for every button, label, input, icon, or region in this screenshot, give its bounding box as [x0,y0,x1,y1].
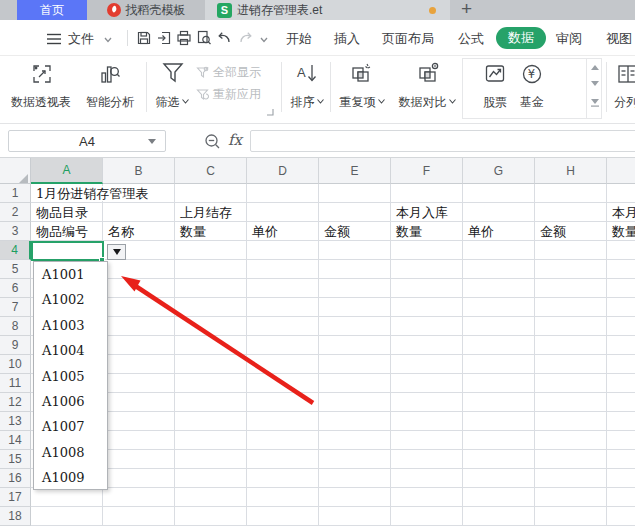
output-button[interactable] [156,30,172,46]
column-header-A[interactable]: A [31,158,103,184]
column-header-G[interactable]: G [463,158,535,184]
reapply-button[interactable]: 重新应用 [196,86,261,103]
smart-analysis-button[interactable]: 智能分析 [82,94,138,111]
dropdown-item[interactable]: A1008 [34,440,107,465]
filter-group-dialog-launcher[interactable] [266,108,274,116]
fund-icon[interactable]: ¥ [521,63,543,85]
cell-A1[interactable]: 1月份进销存管理表 [35,186,149,201]
column-header-D[interactable]: D [247,158,319,184]
row-header-13[interactable]: 13 [0,412,31,431]
cell-E3[interactable]: 金额 [323,224,351,239]
cell-A3[interactable]: 物品编号 [35,224,89,239]
selected-cell-A4[interactable] [31,241,104,261]
gallery-scroll-down-icon[interactable] [591,81,599,86]
row-header-11[interactable]: 11 [0,374,31,393]
dropdown-item[interactable]: A1001 [34,262,107,287]
cell-B3[interactable]: 名称 [107,224,135,239]
stock-icon[interactable] [484,63,506,85]
fund-button[interactable]: 基金 [510,94,554,111]
tab-view[interactable]: 视图 [606,29,632,49]
file-menu[interactable]: 文件 [68,29,94,49]
cell-C3[interactable]: 数量 [179,224,207,239]
row-header-3[interactable]: 3 [0,222,31,241]
row-header-5[interactable]: 5 [0,260,31,279]
text-to-columns-button[interactable]: 分列 [604,94,635,111]
undo-button[interactable] [216,30,232,46]
column-header-E[interactable]: E [319,158,391,184]
cell-H3[interactable]: 金额 [539,224,567,239]
row-header-2[interactable]: 2 [0,203,31,222]
smart-analysis-icon[interactable] [98,62,122,86]
row-header-1[interactable]: 1 [0,184,31,203]
cell-F2[interactable]: 本月入库 [395,205,449,220]
cell-G3[interactable]: 单价 [467,224,495,239]
print-preview-button[interactable] [196,30,212,46]
dropdown-item[interactable]: A1005 [34,364,107,389]
row-header-7[interactable]: 7 [0,298,31,317]
show-all-button[interactable]: 全部显示 [196,64,261,81]
row-header-6[interactable]: 6 [0,279,31,298]
tab-insert[interactable]: 插入 [334,29,360,49]
cell-C2[interactable]: 上月结存 [179,205,233,220]
print-button[interactable] [176,30,192,46]
text-to-columns-icon[interactable] [616,62,635,86]
gallery-more-icon[interactable] [591,99,599,107]
column-header-F[interactable]: F [391,158,463,184]
dropdown-item[interactable]: A1006 [34,389,107,414]
fx-insert-function[interactable]: fx [228,131,242,149]
cell-I2[interactable]: 本月出库 [611,205,635,220]
tab-data-active[interactable]: 数据 [496,27,546,49]
tab-docer-templates[interactable]: 找稻壳模板 [87,0,205,20]
tab-home[interactable]: 首页 [17,0,87,20]
data-compare-icon[interactable] [416,61,440,85]
redo-button[interactable] [238,30,254,46]
filter-icon[interactable] [160,60,186,86]
duplicates-button[interactable]: 重复项 [334,94,390,111]
cell-dropdown-button[interactable] [107,244,126,260]
sort-icon[interactable]: A [295,61,319,85]
cell-D3[interactable]: 单价 [251,224,279,239]
gallery-scroll-up-icon[interactable] [591,65,599,70]
tab-formulas[interactable]: 公式 [458,29,484,49]
dropdown-item[interactable]: A1002 [34,287,107,312]
column-header-C[interactable]: C [175,158,247,184]
column-header-partial[interactable] [607,158,635,184]
cell-F3[interactable]: 数量 [395,224,423,239]
file-menu-chevron-icon[interactable] [104,37,112,43]
tab-home-ribbon[interactable]: 开始 [286,29,312,49]
data-compare-button[interactable]: 数据对比 [396,94,458,111]
column-header-H[interactable]: H [535,158,607,184]
dropdown-item[interactable]: A1003 [34,313,107,338]
pivot-table-icon[interactable] [30,62,54,86]
column-header-B[interactable]: B [103,158,175,184]
save-button[interactable] [136,30,152,46]
sort-button[interactable]: 排序 [283,94,331,111]
duplicates-icon[interactable] [349,61,373,85]
row-header-14[interactable]: 14 [0,431,31,450]
row-header-4[interactable]: 4 [0,241,31,260]
tab-document[interactable]: S 进销存管理表.et [205,0,450,20]
row-header-9[interactable]: 9 [0,336,31,355]
dropdown-item[interactable]: A1004 [34,338,107,363]
tab-page-layout[interactable]: 页面布局 [382,29,434,49]
dropdown-item[interactable]: A1007 [34,414,107,439]
pivot-table-button[interactable]: 数据透视表 [8,94,74,111]
new-tab-button[interactable]: + [461,0,472,20]
row-header-12[interactable]: 12 [0,393,31,412]
cell-I3[interactable]: 数量 [611,224,635,239]
name-box-dropdown-icon[interactable] [148,139,156,144]
tab-review[interactable]: 审阅 [556,29,582,49]
dropdown-item[interactable]: A1009 [34,465,107,490]
filter-button[interactable]: 筛选 [148,94,196,111]
row-header-17[interactable]: 17 [0,488,31,507]
row-header-18[interactable]: 18 [0,507,31,526]
row-header-16[interactable]: 16 [0,469,31,488]
toolbar-more-chevron-icon[interactable] [260,37,268,43]
name-box[interactable]: A4 [8,130,166,152]
row-header-8[interactable]: 8 [0,317,31,336]
zoom-out-icon[interactable] [204,133,221,150]
hamburger-menu-icon[interactable] [46,33,62,45]
row-header-15[interactable]: 15 [0,450,31,469]
row-header-10[interactable]: 10 [0,355,31,374]
formula-input[interactable] [250,130,635,152]
